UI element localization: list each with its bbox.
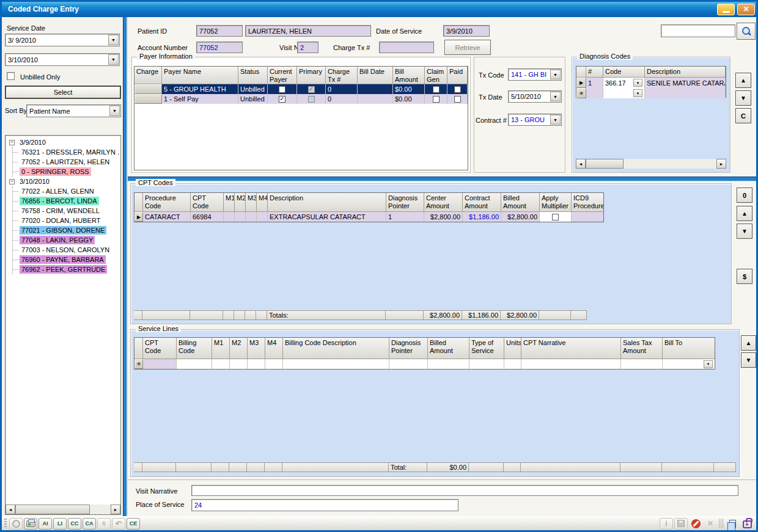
date-of-service-field[interactable]: 3/9/2010 xyxy=(443,25,490,37)
service-move-down-button[interactable] xyxy=(741,352,756,368)
charge-tx-field[interactable] xyxy=(379,42,434,53)
dropdown-arrow-icon[interactable] xyxy=(550,115,561,125)
cancel-button[interactable] xyxy=(689,518,702,530)
scrollbar-thumb[interactable] xyxy=(15,505,90,514)
tree-patient-item[interactable]: 77003 - NELSON, CAROLYN xyxy=(13,245,120,255)
dropdown-arrow-icon[interactable] xyxy=(108,54,119,65)
tree-date-node[interactable]: 3/10/2010 xyxy=(7,177,120,186)
diagnosis-clear-button[interactable]: C xyxy=(735,108,751,123)
search-input[interactable] xyxy=(661,24,735,37)
payer-row-selected[interactable]: 5 - GROUP HEALTH Unbilled 0 $0.00 xyxy=(134,84,468,94)
scroll-left-icon[interactable]: ◄ xyxy=(576,159,586,169)
paid-checkbox[interactable] xyxy=(454,96,461,103)
visit-number-field[interactable]: 2 xyxy=(297,42,318,53)
copy-button[interactable] xyxy=(726,518,739,530)
retrieve-button[interactable]: Retrieve xyxy=(444,40,491,55)
patient-id-field[interactable]: 77052 xyxy=(196,25,243,37)
diagnosis-horizontal-scrollbar[interactable]: ◄ ► xyxy=(576,159,726,169)
tree-patient-item[interactable]: 77048 - LAKIN, PEGGY xyxy=(13,235,120,245)
toolbar-grip[interactable] xyxy=(4,519,7,528)
scroll-left-icon[interactable]: ◄ xyxy=(6,505,15,514)
li-button[interactable]: LI xyxy=(53,518,67,530)
tree-patient-item[interactable]: 77052 - LAURITZEN, HELEN xyxy=(13,157,120,167)
current-payer-checkbox[interactable] xyxy=(279,86,285,93)
tree-patient-item[interactable]: 76962 - PEEK, GERTRUDE xyxy=(13,264,120,274)
charge-cell-button[interactable] xyxy=(134,94,162,104)
tree-patient-item[interactable]: 76758 - CRIM, WENDELL xyxy=(13,206,120,216)
service-date-start-dropdown[interactable]: 3/ 9/2010 xyxy=(5,34,120,46)
cpt-row[interactable]: CATARACT 66984 EXTRACAPSULAR CATARACT 1 … xyxy=(134,212,603,222)
tree-patient-item[interactable]: 77022 - ALLEN, GLENN xyxy=(13,186,120,196)
scroll-right-icon[interactable]: ► xyxy=(716,159,726,169)
dropdown-arrow-icon[interactable] xyxy=(550,92,561,101)
visit-narrative-input[interactable] xyxy=(191,485,738,496)
dropdown-arrow-icon[interactable] xyxy=(633,79,642,87)
col-current-payer: Current Payer xyxy=(268,67,297,84)
payer-status: Unbilled xyxy=(240,95,265,103)
payer-row[interactable]: 1 - Self Pay Unbilled 0 $0.00 xyxy=(134,94,468,104)
scrollbar-track[interactable] xyxy=(90,505,111,514)
select-button[interactable]: Select xyxy=(5,86,121,99)
tree-horizontal-scrollbar[interactable]: ◄ ► xyxy=(6,505,120,514)
patient-name-field[interactable]: LAURITZEN, HELEN xyxy=(245,25,371,37)
col-m4: M4 xyxy=(257,193,268,212)
diagnosis-move-up-button[interactable] xyxy=(735,73,751,88)
payer-status: Unbilled xyxy=(240,86,265,93)
diagnosis-row[interactable]: 1 366.17 SENILE MATURE CATARA xyxy=(576,78,726,88)
account-number-field[interactable]: 77052 xyxy=(196,42,243,53)
service-move-up-button[interactable] xyxy=(741,335,756,351)
scrollbar-track[interactable] xyxy=(624,159,716,169)
cpt-move-up-button[interactable] xyxy=(737,206,752,221)
ce-button[interactable]: CE xyxy=(127,518,140,530)
tree-date-node[interactable]: 3/9/2010 xyxy=(7,137,120,147)
current-payer-checkbox[interactable] xyxy=(279,96,285,103)
charge-cell-button[interactable] xyxy=(134,84,162,94)
ca-button[interactable]: CA xyxy=(83,518,96,530)
patient-label: 76758 - CRIM, WENDELL xyxy=(20,206,101,215)
tx-code-dropdown[interactable]: 141 - GH BI xyxy=(508,68,562,81)
search-button[interactable] xyxy=(737,23,756,40)
unbilled-only-checkbox[interactable] xyxy=(7,72,15,80)
tx-date-dropdown[interactable]: 5/10/2010 xyxy=(508,90,562,103)
service-lines-grid: CPT Code Billing Code M1 M2 M3 M4 Billin… xyxy=(134,337,715,370)
tree-patient-item[interactable]: 76856 - BERCOT, LINDA xyxy=(13,196,120,206)
tree-patient-item[interactable]: 76321 - DRESSLER, MARILYN . xyxy=(13,147,120,157)
primary-checkbox xyxy=(308,96,315,103)
cpt-zero-button[interactable]: 0 xyxy=(737,188,752,203)
tree-patient-item[interactable]: 77020 - DOLAN, HUBERT xyxy=(13,216,120,225)
dropdown-arrow-icon[interactable] xyxy=(108,35,119,45)
dropdown-arrow-icon[interactable] xyxy=(704,360,713,368)
apply-multiplier-checkbox[interactable] xyxy=(552,214,559,220)
scrollbar-thumb[interactable] xyxy=(586,159,624,169)
claim-gen-checkbox[interactable] xyxy=(433,86,440,93)
tree-patient-item[interactable]: 76960 - PAYNE, BARBARA xyxy=(13,255,120,264)
close-button[interactable] xyxy=(737,4,755,15)
cpt-dollar-button[interactable]: $ xyxy=(737,269,752,284)
dropdown-arrow-icon[interactable] xyxy=(633,89,642,97)
sort-by-dropdown[interactable]: Patient Name xyxy=(26,104,121,117)
collapse-icon[interactable] xyxy=(9,140,15,145)
charge-bag-button[interactable] xyxy=(740,518,754,530)
print-button[interactable] xyxy=(24,518,37,530)
dropdown-arrow-icon[interactable] xyxy=(109,106,120,116)
cc-button[interactable]: CC xyxy=(68,518,81,530)
contract-dropdown[interactable]: 13 - GROU xyxy=(508,114,562,126)
ai-button[interactable]: AI xyxy=(39,518,52,530)
diagnosis-move-down-button[interactable] xyxy=(735,90,751,106)
tree-patient-item[interactable]: 77021 - GIBSON, DORENE xyxy=(13,225,120,235)
cpt-totals-label: Totals: xyxy=(269,312,289,319)
collapse-icon[interactable] xyxy=(9,179,15,184)
diagnosis-new-row[interactable] xyxy=(576,88,726,98)
minimize-button[interactable] xyxy=(717,4,735,15)
tree-patient-item[interactable]: 0 - SPRINGER, ROSS xyxy=(13,167,120,177)
cpt-move-down-button[interactable] xyxy=(737,224,752,239)
place-of-service-input[interactable] xyxy=(191,499,458,511)
paid-checkbox[interactable] xyxy=(454,86,461,93)
claim-gen-checkbox[interactable] xyxy=(433,96,440,103)
dropdown-arrow-icon[interactable] xyxy=(550,70,561,79)
col-diagnosis-pointer: Diagnosis Pointer xyxy=(386,193,424,212)
service-line-new-row[interactable] xyxy=(134,359,715,369)
scroll-right-icon[interactable]: ► xyxy=(111,505,120,514)
service-date-end-dropdown[interactable]: 3/10/2010 xyxy=(5,53,120,66)
payer-header-row: Charge Payer Name Status Current Payer P… xyxy=(134,67,468,84)
